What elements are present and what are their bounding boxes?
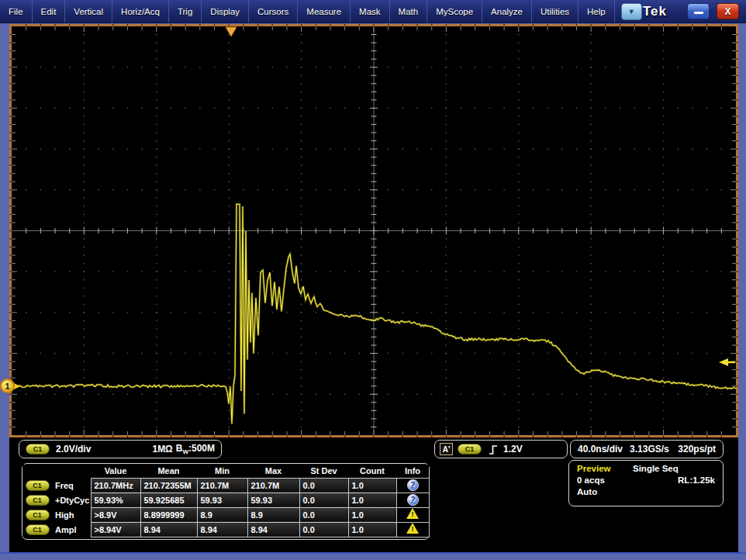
bottom-edge-divider [0, 552, 746, 554]
resolution-value: 320ps/pt [678, 444, 716, 455]
measurement-col-header: Value [91, 465, 140, 478]
waveform-display[interactable] [9, 24, 738, 437]
measurement-value-cell: 8.9 [197, 507, 247, 522]
trigger-mode: Auto [577, 487, 633, 496]
measurement-value-cell: 1.0 [348, 493, 396, 507]
measurement-info-cell: ! [396, 522, 429, 537]
channel1-reference-marker[interactable]: 1 [0, 379, 15, 393]
menu-item-trig[interactable]: Trig [169, 0, 202, 22]
trigger-source-badge: A' [440, 443, 453, 455]
measurement-col-header: Mean [140, 465, 197, 478]
oscilloscope-screen: { "window": { "brand": "Tek", "close_gly… [0, 0, 746, 560]
menu-item-mask[interactable]: Mask [351, 0, 389, 22]
measurement-row-dtycyc: C1+DtyCyc59.93%59.92568559.9359.930.01.0… [22, 493, 429, 507]
measurement-row-freq: C1Freq210.7MHz210.72355M210.7M210.7M0.01… [22, 478, 429, 493]
measurement-value-cell: 8.94 [140, 522, 197, 537]
record-length: RL:1.25k [633, 475, 715, 485]
measurement-value-cell: 0.0 [299, 478, 348, 493]
rising-edge-icon [488, 443, 499, 456]
measurement-name: High [52, 507, 91, 522]
minimize-icon [694, 12, 703, 14]
measurement-value-cell: 59.93 [197, 493, 247, 507]
measurement-value-cell: 0.0 [299, 507, 348, 522]
acquisition-status-box[interactable]: Preview Single Seq 0 acqs RL:1.25k Auto [568, 460, 724, 506]
channel-readout[interactable]: C1 2.0V/div 1MΩ BW:500M [19, 440, 222, 458]
menu-item-edit[interactable]: Edit [33, 0, 66, 22]
measurement-value-cell: 59.925685 [140, 493, 197, 507]
measurement-col-header: Min [197, 465, 247, 478]
close-button[interactable]: X [717, 3, 739, 19]
measurement-table: ValueMeanMinMaxSt DevCountInfo C1Freq210… [22, 465, 430, 538]
measurement-value-cell: >8.94V [91, 522, 140, 537]
measurement-header-row: ValueMeanMinMaxSt DevCountInfo [22, 465, 429, 478]
measurement-value-cell: 210.7M [247, 478, 299, 493]
measurement-value-cell: >8.9V [91, 507, 140, 522]
menu-item-file[interactable]: File [0, 0, 33, 22]
horizontal-readout[interactable]: 40.0ns/div 3.13GS/s 320ps/pt [570, 440, 724, 458]
measurement-info-cell: ? [396, 493, 429, 507]
minimize-button[interactable] [687, 3, 710, 19]
input-impedance: 1MΩ [152, 444, 172, 455]
measurement-value-cell: 1.0 [348, 478, 396, 493]
measurement-value-cell: 210.7M [197, 478, 247, 493]
measurement-col-header: St Dev [299, 465, 348, 478]
acquisition-mode: Single Seq [633, 464, 715, 473]
measurement-channel-cell: C1 [22, 522, 52, 537]
measurement-name: +DtyCyc [52, 493, 91, 507]
measurement-value-cell: 8.94 [197, 522, 247, 537]
menu-item-math[interactable]: Math [390, 0, 428, 22]
measurement-table-box: ValueMeanMinMaxSt DevCountInfo C1Freq210… [22, 463, 430, 540]
menu-item-vertical[interactable]: Vertical [65, 0, 112, 22]
channel-badge: C1 [26, 480, 50, 491]
menu-item-measure[interactable]: Measure [298, 0, 351, 22]
trigger-channel-badge: C1 [458, 444, 482, 455]
measurement-header-spacer [22, 465, 52, 478]
measurement-header-spacer [52, 465, 91, 478]
graticule-canvas [9, 24, 738, 437]
measurement-col-header: Count [348, 465, 396, 478]
measurement-col-header: Max [247, 465, 299, 478]
trigger-readout[interactable]: A' C1 1.2V [434, 440, 568, 458]
measurement-value-cell: 59.93% [91, 493, 140, 507]
info-question-icon[interactable]: ? [407, 494, 419, 506]
vertical-scale: 2.0V/div [56, 444, 91, 455]
tek-logo: Tek [643, 4, 667, 19]
measurement-value-cell: 59.93 [247, 493, 299, 507]
channel-badge: C1 [26, 495, 50, 506]
measurement-value-cell: 210.7MHz [91, 478, 140, 493]
measurement-info-cell: ! [396, 507, 429, 522]
measurement-value-cell: 0.0 [299, 522, 348, 537]
measurement-channel-cell: C1 [22, 507, 52, 522]
acquisition-count: 0 acqs [577, 475, 633, 485]
menu-item-help[interactable]: Help [578, 0, 615, 22]
measurement-row-high: C1High>8.9V8.89999998.98.90.01.0! [22, 507, 429, 522]
trigger-level-value: 1.2V [503, 444, 523, 455]
channel-badge: C1 [26, 524, 50, 535]
menu-item-analyze[interactable]: Analyze [482, 0, 532, 22]
menu-items: FileEditVerticalHoriz/AcqTrigDisplayCurs… [0, 0, 615, 22]
menu-bar: FileEditVerticalHoriz/AcqTrigDisplayCurs… [0, 0, 746, 23]
chevron-down-icon: ▼ [628, 8, 635, 16]
warning-icon[interactable]: ! [406, 523, 420, 534]
timebase-value: 40.0ns/div [578, 444, 623, 455]
menu-item-display[interactable]: Display [202, 0, 249, 22]
measurement-value-cell: 8.94 [247, 522, 299, 537]
measurement-channel-cell: C1 [22, 478, 52, 493]
acq-empty-cell [633, 487, 715, 496]
menu-item-horiz-acq[interactable]: Horiz/Acq [112, 0, 169, 22]
warning-icon[interactable]: ! [406, 508, 420, 520]
measurement-value-cell: 1.0 [348, 522, 396, 537]
measurement-value-cell: 0.0 [299, 493, 348, 507]
menu-item-utilities[interactable]: Utilities [532, 0, 578, 22]
measurement-info-cell: ? [396, 478, 429, 493]
measurement-row-ampl: C1Ampl>8.94V8.948.948.940.01.0! [22, 522, 429, 537]
measurement-col-header: Info [396, 465, 429, 478]
preview-status: Preview [577, 464, 633, 473]
menu-dropdown-button[interactable]: ▼ [621, 3, 642, 20]
menu-item-myscope[interactable]: MyScope [427, 0, 482, 22]
bandwidth-readout: BW:500M [176, 443, 215, 455]
measurement-name: Freq [52, 478, 91, 493]
info-question-icon[interactable]: ? [407, 479, 419, 491]
menu-item-cursors[interactable]: Cursors [249, 0, 298, 22]
measurement-value-cell: 8.9 [247, 507, 299, 522]
